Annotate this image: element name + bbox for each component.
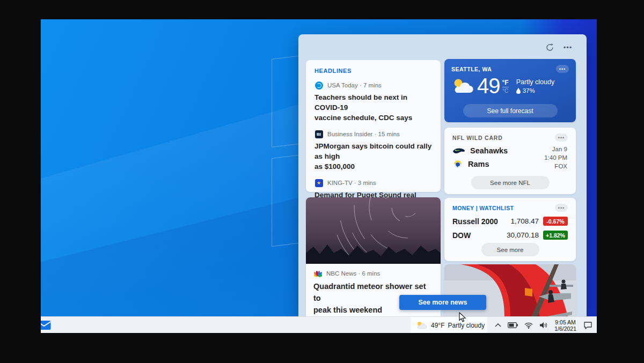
more-options-icon[interactable]: ••• — [561, 41, 574, 54]
battery-icon[interactable] — [504, 317, 521, 333]
news-headline: JPMorgan says bitcoin could rally as hig… — [314, 141, 432, 172]
usa-today-icon — [314, 81, 323, 90]
news-item-business-insider[interactable]: BI Business Insider · 15 mins JPMorgan s… — [314, 130, 432, 172]
taskbar-weather-condition: Partly cloudy — [448, 322, 485, 329]
nbc-news-icon — [313, 269, 322, 278]
stock-row-dow[interactable]: DOW 30,070.18 +1.82% — [452, 231, 568, 240]
news-meta: NBC News · 6 mins — [326, 270, 380, 277]
game-network: FOX — [544, 162, 567, 171]
stock-change-badge: +1.82% — [543, 231, 568, 240]
money-watchlist-card[interactable]: MONEY | WATCHLIST ••• Russell 2000 1,708… — [444, 198, 576, 261]
taskbar-weather-icon — [416, 321, 428, 329]
weather-card[interactable]: SEATTLE, WA ••• 49 °F °C Partly cloudy — [444, 59, 576, 122]
see-more-money-button[interactable]: See more — [481, 243, 539, 256]
team-name: Rams — [468, 160, 489, 168]
stock-change-badge: -0.67% — [543, 217, 568, 226]
money-card-title: MONEY | WATCHLIST — [452, 205, 514, 211]
stock-value: 30,070.18 — [507, 231, 539, 239]
mouse-cursor — [459, 312, 466, 322]
star-trails-photo — [306, 197, 441, 264]
partly-cloudy-icon — [451, 78, 475, 94]
clock-time: 9:05 AM — [555, 319, 576, 325]
team-name: Seahawks — [470, 146, 508, 155]
tray-chevron-up-icon[interactable] — [492, 317, 504, 333]
action-center-icon[interactable] — [580, 317, 596, 333]
nfl-more-icon[interactable]: ••• — [555, 134, 568, 142]
nfl-card[interactable]: NFL WILD CARD ••• Seahawks — [444, 128, 576, 194]
weather-more-icon[interactable]: ••• — [556, 65, 569, 73]
taskbar-clock[interactable]: 9:05 AM 1/6/2021 — [551, 317, 580, 333]
precipitation-value: 37% — [523, 87, 535, 94]
news-meta: KING-TV · 3 mins — [327, 180, 376, 186]
see-more-news-button[interactable]: See more news — [399, 295, 486, 310]
headlines-title: HEADLINES — [314, 68, 432, 74]
wifi-icon[interactable] — [521, 317, 536, 333]
clock-date: 1/6/2021 — [554, 325, 576, 332]
weather-condition: Partly cloudy — [516, 78, 555, 86]
taskbar: 49°F Partly cloudy — [41, 316, 597, 333]
see-full-forecast-button[interactable]: See full forecast — [463, 104, 558, 117]
taskbar-weather-widget[interactable]: 49°F Partly cloudy — [411, 317, 487, 333]
screenshot-stage: ••• HEADLINES USA Today · 7 mins Teacher… — [0, 0, 644, 363]
volume-icon[interactable] — [536, 317, 551, 333]
money-more-icon[interactable]: ••• — [555, 204, 568, 212]
news-headline: Teachers should be next in COVID-19 vacc… — [314, 92, 432, 123]
nfl-card-title: NFL WILD CARD — [452, 135, 503, 141]
unit-celsius[interactable]: °C — [502, 88, 508, 94]
refresh-icon[interactable] — [543, 41, 556, 54]
game-time: 1:40 PM — [544, 153, 567, 162]
weather-temperature: 49 — [477, 74, 500, 98]
unit-toggle[interactable]: °F °C — [502, 79, 509, 94]
stock-name: DOW — [452, 231, 507, 240]
business-insider-icon: BI — [314, 130, 323, 138]
stock-name: Russell 2000 — [452, 217, 510, 226]
news-and-interests-flyout: ••• HEADLINES USA Today · 7 mins Teacher… — [298, 34, 587, 316]
rams-logo — [452, 160, 463, 168]
mail-app-icon[interactable] — [41, 320, 51, 330]
king-tv-icon: ★ — [314, 179, 323, 187]
taskbar-weather-temp: 49°F — [431, 322, 444, 329]
unit-fahrenheit[interactable]: °F — [502, 79, 509, 87]
news-meta: USA Today · 7 mins — [327, 82, 382, 88]
game-date: Jan 9 — [544, 145, 567, 153]
see-more-nfl-button[interactable]: See more NFL — [471, 176, 550, 189]
stock-value: 1,708.47 — [510, 217, 539, 225]
seahawks-logo — [452, 147, 465, 154]
desktop: ••• HEADLINES USA Today · 7 mins Teacher… — [41, 19, 597, 333]
news-item-usa-today[interactable]: USA Today · 7 mins Teachers should be ne… — [314, 81, 432, 123]
weather-location: SEATTLE, WA — [451, 66, 492, 72]
stock-row-russell[interactable]: Russell 2000 1,708.47 -0.67% — [452, 217, 568, 226]
headlines-card: HEADLINES USA Today · 7 mins Teachers sh… — [306, 60, 441, 192]
droplet-icon — [516, 88, 521, 94]
news-meta: Business Insider · 15 mins — [327, 131, 400, 137]
game-schedule: Jan 9 1:40 PM FOX — [544, 145, 567, 171]
system-tray: 9:05 AM 1/6/2021 — [492, 317, 596, 333]
